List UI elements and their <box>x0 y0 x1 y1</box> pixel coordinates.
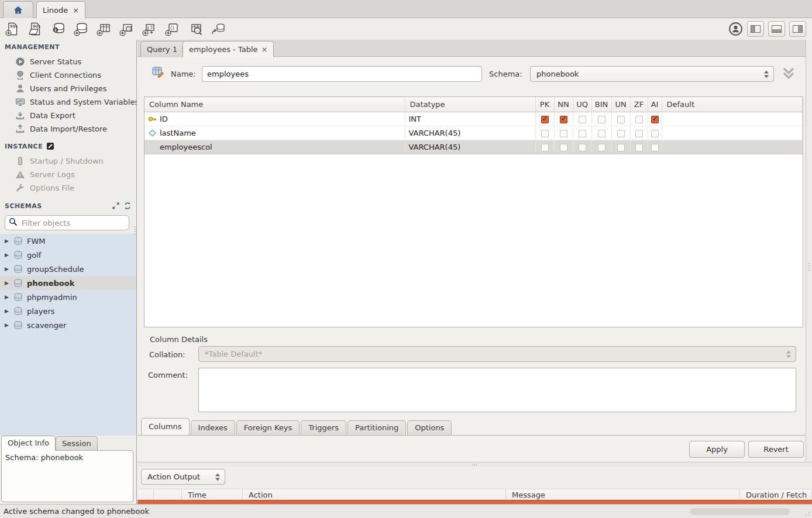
info-tab-object-info[interactable]: Object Info <box>1 436 56 451</box>
subtab-columns[interactable]: Columns <box>141 418 190 435</box>
checkbox-un[interactable] <box>617 130 625 137</box>
revert-button[interactable]: Revert <box>748 441 804 458</box>
checkbox-ai[interactable] <box>651 144 659 151</box>
schema-select[interactable]: phonebook <box>530 66 774 82</box>
expander-arrow-icon[interactable]: ▶ <box>5 266 11 272</box>
schema-item-fwm[interactable]: ▶FWM <box>0 234 136 248</box>
grid-header-column-name[interactable]: Column Name <box>144 97 405 112</box>
schema-item-players[interactable]: ▶players <box>0 304 136 318</box>
output-header-message[interactable]: Message <box>506 489 740 501</box>
subtab-partitioning[interactable]: Partitioning <box>347 420 406 435</box>
checkbox-zf[interactable] <box>635 116 643 123</box>
expander-arrow-icon[interactable]: ▶ <box>5 308 11 314</box>
checkbox-zf[interactable] <box>635 144 643 151</box>
checkbox-nn[interactable] <box>560 144 567 151</box>
checkbox-zf[interactable] <box>635 130 643 137</box>
toggle-left-sidebar-icon[interactable] <box>747 21 764 37</box>
output-selector[interactable]: Action Output <box>141 469 225 485</box>
management-item-status-and-system-variables[interactable]: Status and System Variables <box>0 95 136 109</box>
checkbox-ai[interactable] <box>651 130 659 137</box>
checkbox-ai[interactable] <box>651 116 659 123</box>
management-item-data-import-restore[interactable]: Data Import/Restore <box>0 122 136 136</box>
sidebar-splitter[interactable] <box>134 227 136 242</box>
toggle-right-sidebar-icon[interactable] <box>789 21 806 37</box>
editor-tab-employees-table[interactable]: employees - Table× <box>183 41 274 57</box>
management-item-users-and-privileges[interactable]: Users and Privileges <box>0 82 136 95</box>
expander-arrow-icon[interactable]: ▶ <box>5 252 11 258</box>
checkbox-un[interactable] <box>617 116 625 123</box>
horizontal-scrollbar[interactable] <box>690 508 790 515</box>
schema-item-phonebook[interactable]: ▶phonebook <box>0 276 136 290</box>
management-item-client-connections[interactable]: Client Connections <box>0 68 136 82</box>
subtab-indexes[interactable]: Indexes <box>191 420 235 435</box>
expander-arrow-icon[interactable]: ▶ <box>5 280 11 286</box>
info-tab-session[interactable]: Session <box>56 436 98 451</box>
schema-item-phpmyadmin[interactable]: ▶phpmyadmin <box>0 290 136 304</box>
checkbox-uq[interactable] <box>579 116 586 123</box>
checkbox-pk[interactable] <box>541 144 549 151</box>
collation-select[interactable]: *Table Default* <box>198 346 796 362</box>
reconnect-dbms-icon[interactable] <box>211 22 225 36</box>
output-selected-row[interactable] <box>137 500 812 504</box>
filter-objects-input[interactable] <box>20 218 125 228</box>
grid-header-datatype[interactable]: Datatype <box>405 97 535 112</box>
output-header-blank[interactable] <box>137 489 154 501</box>
new-sql-editor-icon[interactable]: SQL <box>5 22 20 36</box>
create-procedure-icon[interactable] <box>142 22 157 36</box>
output-header-blank[interactable] <box>154 489 182 501</box>
column-row-employeescol[interactable]: employeescolVARCHAR(45) <box>144 140 803 154</box>
open-sql-script-icon[interactable]: SQL <box>28 22 43 36</box>
checkbox-pk[interactable] <box>541 116 549 123</box>
schema-item-scavenger[interactable]: ▶scavenger <box>0 318 136 332</box>
subtab-foreign-keys[interactable]: Foreign Keys <box>236 420 300 435</box>
output-header-time[interactable]: Time <box>182 489 243 501</box>
home-tab[interactable] <box>3 1 33 18</box>
grid-header-default[interactable]: Default <box>662 97 803 112</box>
grid-header-pk[interactable]: PK <box>535 97 554 112</box>
grid-header-un[interactable]: UN <box>611 97 630 112</box>
checkbox-un[interactable] <box>617 144 625 151</box>
expander-arrow-icon[interactable]: ▶ <box>5 238 11 244</box>
subtab-options[interactable]: Options <box>407 420 452 435</box>
grid-header-uq[interactable]: UQ <box>573 97 591 112</box>
expand-panel-icon[interactable] <box>112 202 120 210</box>
comment-textarea[interactable] <box>198 368 796 412</box>
close-icon[interactable]: × <box>73 6 79 15</box>
checkbox-bin[interactable] <box>598 130 605 137</box>
account-icon[interactable] <box>728 22 743 36</box>
expander-arrow-icon[interactable]: ▶ <box>5 294 11 300</box>
schema-item-groupschedule[interactable]: ▶groupSchedule <box>0 262 136 276</box>
column-row-lastname[interactable]: lastNameVARCHAR(45) <box>144 126 803 140</box>
checkbox-bin[interactable] <box>598 116 605 123</box>
management-item-server-status[interactable]: Server Status <box>0 55 136 68</box>
table-name-input[interactable] <box>202 66 482 82</box>
expand-form-chevron-icon[interactable] <box>780 65 797 84</box>
checkbox-nn[interactable] <box>560 116 567 123</box>
output-header-action[interactable]: Action <box>243 489 506 501</box>
right-panel-splitter[interactable] <box>806 40 812 462</box>
toggle-bottom-panel-icon[interactable] <box>768 21 785 37</box>
create-table-icon[interactable] <box>97 22 111 36</box>
checkbox-nn[interactable] <box>560 130 567 137</box>
search-table-data-icon[interactable] <box>188 22 202 36</box>
create-view-icon[interactable] <box>119 22 134 36</box>
connection-tab-linode[interactable]: Linode × <box>36 1 85 18</box>
subtab-triggers[interactable]: Triggers <box>301 420 346 435</box>
schema-item-golf[interactable]: ▶golf <box>0 248 136 262</box>
grid-header-bin[interactable]: BIN <box>591 97 611 112</box>
grid-header-ai[interactable]: AI <box>648 97 662 112</box>
expander-arrow-icon[interactable]: ▶ <box>5 322 11 328</box>
checkbox-uq[interactable] <box>579 144 586 151</box>
grid-header-nn[interactable]: NN <box>554 97 573 112</box>
output-header-duration-fetch[interactable]: Duration / Fetch <box>740 489 812 501</box>
output-splitter[interactable] <box>137 462 812 467</box>
grid-header-zf[interactable]: ZF <box>630 97 648 112</box>
checkbox-uq[interactable] <box>579 130 586 137</box>
apply-button[interactable]: Apply <box>689 441 745 458</box>
management-item-data-export[interactable]: Data Export <box>0 109 136 122</box>
checkbox-bin[interactable] <box>598 144 605 151</box>
checkbox-pk[interactable] <box>541 130 549 137</box>
create-function-icon[interactable]: () <box>165 22 180 36</box>
column-row-id[interactable]: IDINT <box>144 112 803 126</box>
object-inspector-icon[interactable]: i <box>51 22 66 36</box>
